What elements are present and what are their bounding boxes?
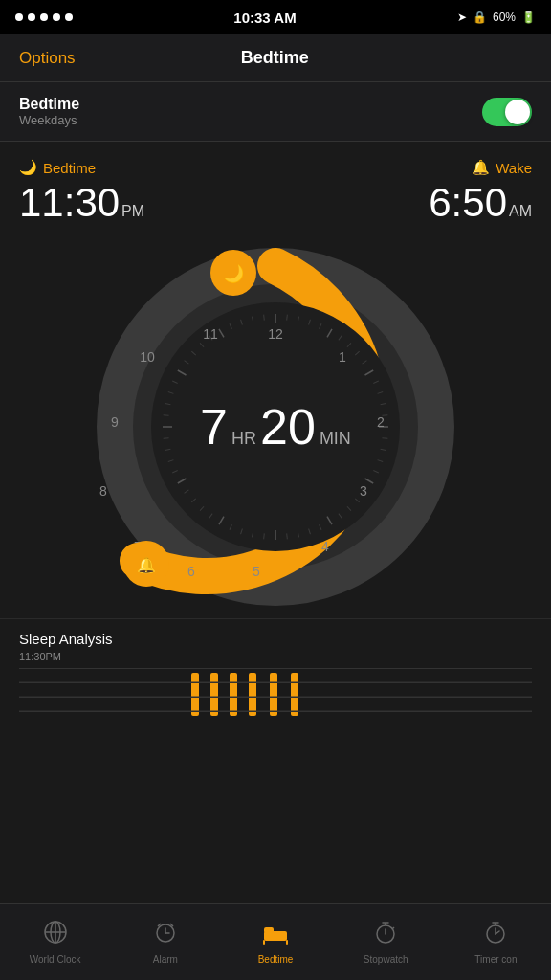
dot2: [28, 13, 35, 21]
sleep-analysis: Sleep Analysis 11:30PM: [0, 618, 551, 733]
sleep-chart: [19, 668, 532, 725]
status-icons: ➤ 🔒 60% 🔋: [457, 11, 536, 24]
wake-time: 6:50 AM: [276, 180, 532, 226]
svg-line-27: [382, 438, 387, 439]
chart-line-1: [19, 668, 532, 669]
timer-icon: [483, 920, 508, 950]
clock-area: 12 1 2 3 4 5 6 7 8 9 10 11 🌙 🔔 7 HR 20 M…: [0, 235, 551, 618]
dot4: [53, 13, 60, 21]
signal-dots: [15, 13, 73, 21]
bed-icon: [261, 920, 290, 950]
chart-line-4: [19, 711, 532, 712]
svg-text:9: 9: [111, 414, 119, 430]
bedtime-tab-label: Bedtime: [258, 954, 294, 965]
sleep-analysis-title: Sleep Analysis: [19, 631, 532, 647]
battery-text: 60%: [493, 11, 516, 24]
svg-line-103: [392, 927, 394, 929]
svg-line-62: [264, 315, 265, 321]
svg-line-51: [164, 415, 169, 416]
svg-text:3: 3: [360, 483, 367, 499]
moon-icon: 🌙: [19, 159, 37, 176]
lock-icon: 🔒: [473, 11, 487, 24]
bedtime-label-group: Bedtime Weekdays: [19, 96, 79, 127]
duration-minutes: 20: [260, 398, 316, 456]
svg-text:8: 8: [99, 483, 107, 499]
tab-timer[interactable]: Timer con: [441, 920, 551, 965]
min-label: MIN: [320, 429, 351, 449]
timer-label: Timer con: [474, 954, 517, 965]
sleep-analysis-time: 11:30PM: [19, 651, 532, 662]
bedtime-toggle[interactable]: [482, 98, 532, 126]
duration-display: 7 HR 20 MIN: [200, 398, 351, 456]
bedtime-sublabel: Weekdays: [19, 113, 79, 127]
clock-center-text: 7 HR 20 MIN: [200, 398, 351, 456]
svg-line-38: [287, 533, 288, 539]
svg-text:1: 1: [339, 349, 346, 365]
svg-line-50: [164, 438, 169, 439]
svg-text:🔔: 🔔: [137, 556, 156, 574]
svg-text:2: 2: [377, 414, 385, 430]
svg-line-39: [264, 533, 265, 539]
world-clock-icon: [43, 920, 68, 950]
tab-bar: World Clock Alarm Bedtime: [0, 903, 551, 980]
status-bar: 10:33 AM ➤ 🔒 60% 🔋: [0, 0, 551, 34]
wake-section: 🔔 Wake 6:50 AM: [276, 159, 532, 226]
tab-world-clock[interactable]: World Clock: [0, 920, 110, 965]
stopwatch-icon: [373, 920, 398, 950]
wake-label: 🔔 Wake: [276, 159, 532, 176]
svg-rect-96: [264, 927, 274, 933]
alarm-icon: [153, 920, 178, 950]
status-time: 10:33 AM: [233, 10, 296, 26]
toggle-knob: [505, 100, 530, 124]
svg-text:4: 4: [321, 539, 329, 554]
options-button[interactable]: Options: [19, 49, 76, 68]
bedtime-time: 11:30 PM: [19, 180, 276, 226]
bedtime-ampm: PM: [121, 203, 144, 220]
chart-line-3: [19, 697, 532, 698]
bedtime-label: 🌙 Bedtime: [19, 159, 276, 176]
dot1: [15, 13, 23, 21]
tab-bedtime[interactable]: Bedtime: [220, 920, 330, 965]
battery-icon: 🔋: [521, 11, 536, 24]
svg-line-15: [287, 315, 288, 321]
bedtime-main-label: Bedtime: [19, 96, 79, 113]
chart-line-2: [19, 682, 532, 683]
svg-text:5: 5: [253, 564, 260, 579]
tab-stopwatch[interactable]: Stopwatch: [331, 920, 441, 965]
sleep-display: 🌙 Bedtime 11:30 PM 🔔 Wake 6:50 AM: [0, 142, 551, 235]
dot5: [65, 13, 73, 21]
alarm-label: Alarm: [153, 954, 178, 965]
svg-text:11: 11: [203, 326, 218, 342]
svg-text:🌙: 🌙: [223, 263, 245, 284]
bell-icon: 🔔: [472, 159, 490, 176]
svg-text:12: 12: [268, 326, 283, 342]
duration-hours: 7: [200, 398, 228, 456]
hr-label: HR: [231, 429, 256, 449]
page-title: Bedtime: [241, 48, 309, 68]
dot3: [40, 13, 48, 21]
location-icon: ➤: [457, 11, 467, 24]
wake-ampm: AM: [509, 203, 532, 220]
stopwatch-label: Stopwatch: [364, 954, 408, 965]
svg-text:10: 10: [140, 349, 155, 365]
tab-alarm[interactable]: Alarm: [110, 920, 220, 965]
header: Options Bedtime: [0, 34, 551, 82]
svg-text:6: 6: [187, 564, 195, 579]
world-clock-label: World Clock: [30, 954, 81, 965]
bedtime-section: 🌙 Bedtime 11:30 PM: [19, 159, 276, 226]
bedtime-row: Bedtime Weekdays: [0, 82, 551, 142]
